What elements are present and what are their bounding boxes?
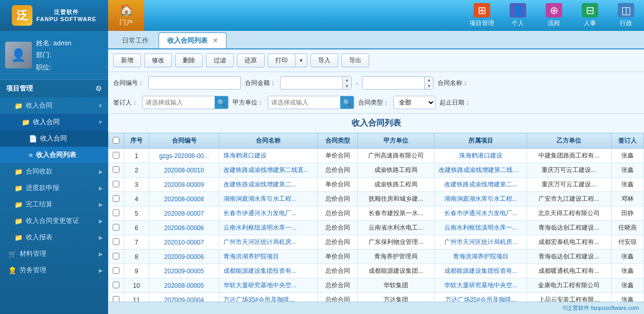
select-all-checkbox[interactable] (113, 137, 119, 144)
cell-contract-no[interactable]: 202008-00010 (149, 163, 219, 178)
sidebar-item-income-contract-leaf[interactable]: 📄 收入合同 (0, 130, 108, 147)
cell-no: 11 (124, 293, 149, 302)
nav-item-personal[interactable]: 👤 个人 (500, 0, 536, 31)
row-checkbox[interactable] (113, 253, 119, 259)
sidebar-item-cp-label: 合同收款 (26, 167, 53, 176)
row-checkbox[interactable] (113, 224, 119, 231)
cell-party-a: 长春市建投第一水... (358, 206, 434, 221)
spin-up[interactable]: ▲ (343, 77, 351, 83)
table-row: 8 202009-00006 青海洪湖养护院项目 单价合同 青海养护管理局 青海… (109, 250, 644, 264)
cell-contract-no[interactable]: 202008-00005 (149, 278, 219, 293)
print-button[interactable]: 打印 (268, 54, 295, 67)
cell-contract-no[interactable]: 202008-00008 (149, 192, 219, 206)
cell-contract-name[interactable]: 长春市伊通河水力发电厂... (219, 206, 318, 221)
contract-type-select[interactable]: 全部 总价合同 单价合同 其他 (393, 96, 436, 109)
nav-item-hr[interactable]: ⊟ 人事 (572, 0, 608, 31)
cell-project[interactable]: 珠海鹤港口建设 (434, 149, 527, 163)
edit-button[interactable]: 修改 (144, 54, 172, 67)
tab-daily-work[interactable]: 日常工作 (113, 32, 158, 48)
sidebar-item-list-label: 收入合同列表 (36, 150, 76, 160)
sidebar-item-labor-mgmt[interactable]: 👷 劳务管理 ▶ (0, 262, 108, 278)
sidebar-item-income-report[interactable]: 📁 收入报表 ▶ (0, 229, 108, 246)
row-checkbox[interactable] (113, 296, 119, 302)
import-button[interactable]: 导入 (310, 54, 338, 67)
cell-contract-no[interactable]: 202009-00005 (149, 264, 219, 278)
row-checkbox[interactable] (113, 282, 119, 288)
sidebar-item-income-contract-sub[interactable]: 📁 收入合同 ▼ (0, 114, 108, 130)
cell-contract-name[interactable]: 成都能源建设集团投资有... (219, 264, 318, 278)
cell-contract-name[interactable]: 青海洪湖养护院项目 (219, 250, 318, 264)
spin-up-to[interactable]: ▲ (425, 77, 433, 83)
cell-project[interactable]: 万达广场35#会所及咖啡... (434, 293, 527, 302)
cell-contract-no[interactable]: gzgs-202008-00... (149, 149, 219, 163)
signer-search-icon[interactable]: 🔍 (215, 96, 228, 109)
folder-icon: 📁 (14, 102, 23, 110)
cell-project[interactable]: 改建铁路成渝线增建第二线直... (434, 163, 527, 178)
spin-down-to[interactable]: ▼ (425, 83, 433, 89)
cell-contract-no[interactable]: 202009-00004 (149, 293, 219, 302)
cell-project[interactable]: 华软大厦研究基地中央空... (434, 278, 527, 293)
cell-contract-name[interactable]: 湖南涧庭湖水库引水工程... (219, 192, 318, 206)
cell-contract-name[interactable]: 万达广场35#会所及咖啡... (219, 293, 318, 302)
toolbar: 新增 修改 删除 过滤 还原 打印 ▼ 导入 导出 (108, 49, 644, 72)
row-checkbox[interactable] (113, 210, 119, 216)
sidebar-item-income-contract[interactable]: 📁 收入合同 ▼ (0, 97, 108, 114)
cell-contract-no[interactable]: 202008-00006 (149, 221, 219, 235)
cell-contract-no[interactable]: 202008-00007 (149, 206, 219, 221)
footer: ©泛普软件 fanpusoftware.com (108, 302, 644, 314)
new-button[interactable]: 新增 (113, 54, 141, 67)
cell-project[interactable]: 长春市伊通河水力发电厂... (434, 206, 527, 221)
contract-no-input[interactable] (148, 76, 241, 90)
sidebar-section-project-mgmt[interactable]: 项目管理 ⚙ (0, 80, 108, 97)
cell-contract-name[interactable]: 珠海鹤港口建设 (219, 149, 318, 163)
sidebar-item-complete-settlement[interactable]: 📁 完工结算 ▶ (0, 196, 108, 213)
cell-project[interactable]: 青海洪湖养护院项目 (434, 250, 527, 264)
nav-item-flow[interactable]: ⊕ 流程 (536, 0, 572, 31)
cell-contract-name[interactable]: 华软大厦研究基地中央空... (219, 278, 318, 293)
spin-down[interactable]: ▼ (343, 83, 351, 89)
cell-project[interactable]: 成都能源建设集团投资有... (434, 264, 527, 278)
row-checkbox[interactable] (113, 181, 119, 187)
row-checkbox[interactable] (113, 166, 119, 173)
nav-item-admin[interactable]: ◫ 行政 (608, 0, 644, 31)
row-checkbox[interactable] (113, 267, 119, 274)
cell-project[interactable]: 湖南涧庭湖水库引水工程... (434, 192, 527, 206)
cell-contract-type: 单价合同 (318, 178, 358, 192)
cell-contract-name[interactable]: 改建铁路成渝线增建第二... (219, 178, 318, 192)
party-a-input[interactable] (268, 98, 340, 107)
cell-project[interactable]: 改建铁路成渝线增建第二... (434, 178, 527, 192)
signer-input-wrap: 🔍 (142, 96, 229, 109)
cell-contract-no[interactable]: 202010-00007 (149, 235, 219, 250)
search-row-2: 签订人： 🔍 甲方单位： 🔍 合同类型： 全部 总价合同 单价合同 其他 起 (113, 96, 471, 109)
sidebar-item-progress-apply[interactable]: 📁 进度款申报 ▶ (0, 180, 108, 196)
cell-signer: 张鑫 (611, 293, 643, 302)
print-arrow-button[interactable]: ▼ (295, 54, 307, 67)
cell-project[interactable]: 广州市天河区统计局机房... (434, 235, 527, 250)
home-button[interactable]: 🏠 门户 (108, 0, 144, 31)
nav-item-proj-mgmt[interactable]: ⊞ 项目管理 (464, 0, 500, 31)
contract-amount-to-input[interactable] (362, 78, 424, 88)
cell-contract-name[interactable]: 广州市天河区统计局机房... (219, 235, 318, 250)
tab-close-icon[interactable]: ✕ (213, 37, 218, 44)
restore-button[interactable]: 还原 (237, 54, 265, 67)
row-checkbox[interactable] (113, 195, 119, 202)
cell-project[interactable]: 云南水利枢纽滇明水库一... (434, 221, 527, 235)
cell-contract-name[interactable]: 改建铁路成渝线增建第二线直... (219, 163, 318, 178)
tab-income-contract-list[interactable]: 收入合同列表 ✕ (159, 32, 227, 48)
sidebar-item-contract-payment[interactable]: 📁 合同收款 ▶ (0, 163, 108, 180)
cell-contract-no[interactable]: 202008-00009 (149, 178, 219, 192)
sidebar-item-material-mgmt[interactable]: 🛒 材料管理 ▶ (0, 246, 108, 262)
sidebar-item-income-contract-list[interactable]: ≡ 收入合同列表 (0, 147, 108, 163)
party-a-search-icon[interactable]: 🔍 (340, 96, 354, 109)
signer-input[interactable] (143, 98, 215, 107)
row-checkbox[interactable] (113, 152, 119, 159)
delete-button[interactable]: 删除 (175, 54, 203, 67)
sidebar-item-contract-change[interactable]: 📁 收入合同变更签证 ▶ (0, 213, 108, 229)
cell-contract-no[interactable]: 202009-00006 (149, 250, 219, 264)
filter-button[interactable]: 过滤 (206, 54, 234, 67)
row-checkbox[interactable] (113, 238, 119, 245)
contract-amount-from-input[interactable] (281, 78, 342, 88)
contract-table: 序号 合同编号 合同名称 合同类型 甲方单位 所属项目 乙方单位 签订人 1 g… (108, 133, 644, 302)
export-button[interactable]: 导出 (341, 54, 369, 67)
cell-contract-name[interactable]: 云南水利枢纽滇明水库一... (219, 221, 318, 235)
